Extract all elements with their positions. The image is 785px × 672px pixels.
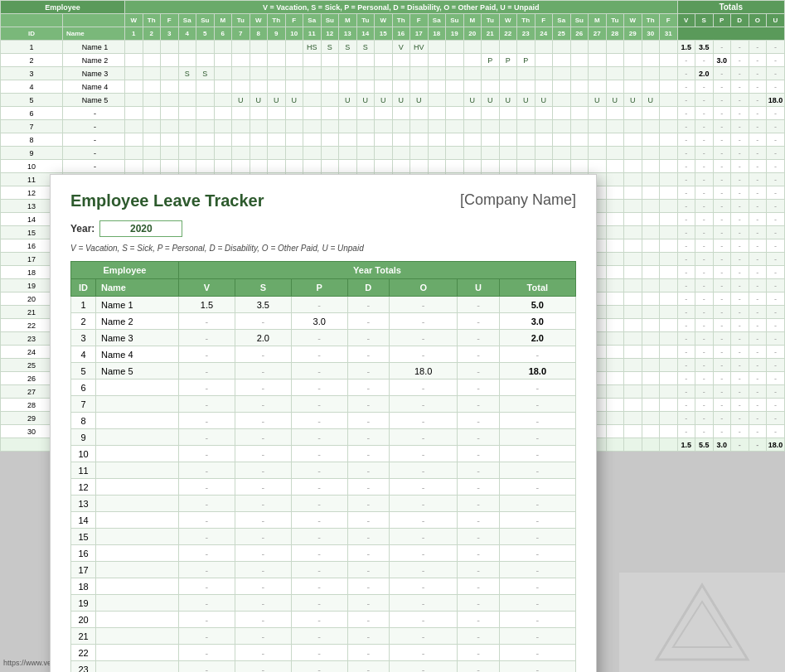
- day-cell-28[interactable]: [606, 385, 624, 399]
- day-cell-9[interactable]: [268, 147, 286, 160]
- modal-cell-p[interactable]: -: [291, 479, 347, 496]
- modal-cell-total[interactable]: -: [499, 661, 575, 673]
- modal-cell-d[interactable]: -: [347, 612, 389, 628]
- day-cell-2[interactable]: [143, 147, 161, 160]
- modal-cell-s[interactable]: 2.0: [235, 330, 291, 346]
- modal-cell-o[interactable]: -: [389, 396, 458, 413]
- modal-cell-s[interactable]: -: [235, 462, 291, 479]
- day-cell-4[interactable]: [178, 54, 196, 67]
- day-cell-23[interactable]: [517, 133, 535, 147]
- modal-cell-d[interactable]: -: [347, 429, 389, 446]
- day-cell-30[interactable]: [642, 80, 660, 94]
- day-cell-15[interactable]: [375, 107, 393, 120]
- day-cell-3[interactable]: [161, 120, 179, 133]
- day-cell-17[interactable]: U: [410, 94, 429, 107]
- modal-cell-o[interactable]: -: [389, 545, 458, 562]
- modal-cell-s[interactable]: -: [235, 479, 291, 496]
- day-cell-31[interactable]: [660, 94, 678, 107]
- day-cell-1[interactable]: [125, 120, 143, 133]
- day-cell-28[interactable]: [606, 425, 624, 438]
- modal-cell-o[interactable]: -: [389, 661, 458, 673]
- day-cell-16[interactable]: [392, 54, 410, 67]
- modal-cell-u[interactable]: -: [458, 346, 499, 363]
- modal-cell-s[interactable]: -: [235, 496, 291, 512]
- day-cell-27[interactable]: [589, 54, 607, 67]
- day-cell-9[interactable]: [268, 67, 286, 80]
- modal-cell-o[interactable]: -: [389, 380, 458, 396]
- day-cell-18[interactable]: [428, 133, 446, 147]
- modal-cell-d[interactable]: -: [347, 462, 389, 479]
- day-cell-4[interactable]: [178, 147, 196, 160]
- modal-cell-u[interactable]: -: [458, 529, 499, 545]
- modal-cell-v[interactable]: -: [179, 529, 235, 545]
- day-cell-28[interactable]: [606, 107, 624, 120]
- modal-cell-o[interactable]: 18.0: [389, 363, 458, 380]
- day-cell-16[interactable]: [392, 107, 410, 120]
- modal-cell-o[interactable]: -: [389, 413, 458, 429]
- modal-cell-o[interactable]: -: [389, 330, 458, 346]
- day-cell-20[interactable]: [463, 120, 482, 133]
- modal-cell-p[interactable]: -: [291, 346, 347, 363]
- day-cell-1[interactable]: [125, 67, 143, 80]
- day-cell-29[interactable]: [624, 306, 642, 319]
- day-cell-12[interactable]: [321, 133, 339, 147]
- modal-cell-u[interactable]: -: [458, 512, 499, 529]
- day-cell-23[interactable]: P: [517, 54, 535, 67]
- day-cell-1[interactable]: [125, 80, 143, 94]
- day-cell-28[interactable]: [606, 133, 624, 147]
- day-cell-31[interactable]: [660, 239, 678, 253]
- day-cell-2[interactable]: [143, 120, 161, 133]
- modal-cell-o[interactable]: -: [389, 628, 458, 645]
- day-cell-25[interactable]: [553, 160, 571, 173]
- day-cell-23[interactable]: [517, 147, 535, 160]
- day-cell-21[interactable]: [482, 160, 500, 173]
- day-cell-18[interactable]: [428, 120, 446, 133]
- day-cell-29[interactable]: [624, 292, 642, 306]
- day-cell-23[interactable]: [517, 160, 535, 173]
- day-cell-10[interactable]: [285, 120, 303, 133]
- modal-cell-p[interactable]: -: [291, 529, 347, 545]
- day-cell-4[interactable]: [178, 94, 196, 107]
- day-cell-13[interactable]: [339, 160, 357, 173]
- day-cell-28[interactable]: [606, 213, 624, 226]
- modal-cell-v[interactable]: -: [179, 346, 235, 363]
- modal-cell-d[interactable]: -: [347, 529, 389, 545]
- day-cell-30[interactable]: [642, 160, 660, 173]
- day-cell-5[interactable]: [196, 80, 215, 94]
- day-cell-9[interactable]: [268, 120, 286, 133]
- day-cell-29[interactable]: [624, 226, 642, 239]
- modal-cell-p[interactable]: -: [291, 363, 347, 380]
- day-cell-30[interactable]: [642, 133, 660, 147]
- day-cell-31[interactable]: [660, 319, 678, 332]
- day-cell-9[interactable]: U: [268, 94, 286, 107]
- day-cell-20[interactable]: [463, 160, 482, 173]
- modal-cell-d[interactable]: -: [347, 496, 389, 512]
- day-cell-5[interactable]: [196, 147, 215, 160]
- day-cell-11[interactable]: HS: [303, 41, 322, 54]
- day-cell-24[interactable]: [535, 41, 553, 54]
- day-cell-8[interactable]: [250, 67, 268, 80]
- day-cell-8[interactable]: [250, 120, 268, 133]
- day-cell-28[interactable]: [606, 54, 624, 67]
- day-cell-22[interactable]: U: [499, 94, 517, 107]
- day-cell-19[interactable]: [446, 80, 464, 94]
- day-cell-6[interactable]: [214, 54, 232, 67]
- day-cell-12[interactable]: [321, 107, 339, 120]
- day-cell-21[interactable]: U: [482, 94, 500, 107]
- modal-cell-v[interactable]: -: [179, 645, 235, 661]
- modal-cell-p[interactable]: -: [291, 462, 347, 479]
- modal-cell-v[interactable]: -: [179, 380, 235, 396]
- day-cell-30[interactable]: [642, 226, 660, 239]
- modal-cell-u[interactable]: -: [458, 578, 499, 595]
- modal-cell-o[interactable]: -: [389, 429, 458, 446]
- modal-cell-u[interactable]: -: [458, 612, 499, 628]
- modal-cell-u[interactable]: -: [458, 462, 499, 479]
- modal-cell-u[interactable]: -: [458, 413, 499, 429]
- day-cell-29[interactable]: [624, 80, 642, 94]
- day-cell-6[interactable]: [214, 120, 232, 133]
- day-cell-26[interactable]: [570, 94, 589, 107]
- day-cell-26[interactable]: [570, 54, 589, 67]
- day-cell-4[interactable]: [178, 133, 196, 147]
- modal-cell-o[interactable]: -: [389, 595, 458, 612]
- day-cell-26[interactable]: [570, 107, 589, 120]
